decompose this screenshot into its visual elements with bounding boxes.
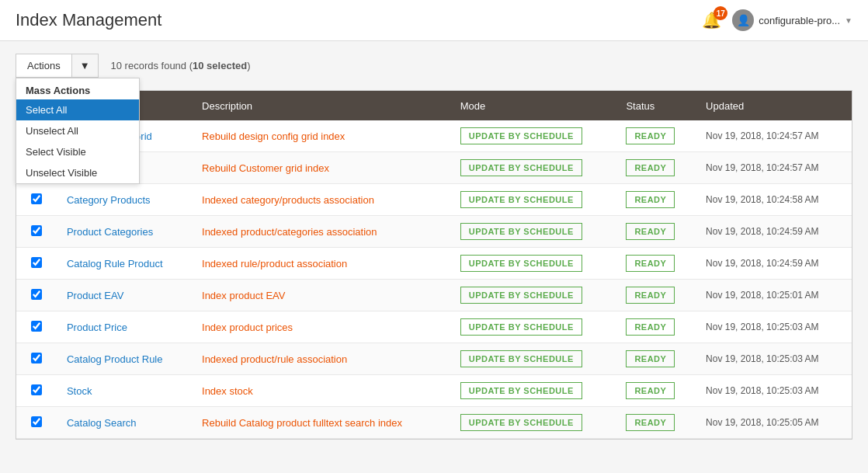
description-link[interactable]: Index product EAV xyxy=(202,290,285,301)
status-badge: READY xyxy=(626,287,675,304)
notifications-bell[interactable]: 🔔 17 xyxy=(702,11,721,30)
indexer-link[interactable]: Category Products xyxy=(67,194,151,206)
cell-status: READY xyxy=(616,280,696,311)
cell-status: READY xyxy=(616,311,696,343)
row-checkbox-cell xyxy=(16,216,57,248)
cell-mode: UPDATE BY SCHEDULE xyxy=(451,216,617,248)
user-name: configurable-pro... xyxy=(759,15,840,26)
index-table-wrapper: ▲▼ Indexer Description Mode Status Updat… xyxy=(16,90,852,440)
dropdown-item-unselect-visible[interactable]: Unselect Visible xyxy=(16,162,139,183)
cell-status: READY xyxy=(616,152,696,184)
index-table: ▲▼ Indexer Description Mode Status Updat… xyxy=(16,91,852,439)
indexer-link[interactable]: Product Price xyxy=(67,322,127,333)
cell-status: READY xyxy=(616,248,696,280)
row-checkbox[interactable] xyxy=(31,225,42,236)
dropdown-item-select-visible[interactable]: Select Visible xyxy=(16,141,139,162)
cell-mode: UPDATE BY SCHEDULE xyxy=(451,184,617,216)
cell-updated: Nov 19, 2018, 10:24:57 AM xyxy=(696,152,852,184)
row-checkbox[interactable] xyxy=(31,416,42,427)
description-link[interactable]: Indexed product/categories association xyxy=(202,226,377,238)
cell-updated: Nov 19, 2018, 10:24:58 AM xyxy=(696,184,852,216)
row-checkbox-cell xyxy=(16,311,57,343)
user-menu[interactable]: 👤 configurable-pro... ▼ xyxy=(732,9,852,31)
description-link[interactable]: Index product prices xyxy=(202,322,293,333)
mode-badge: UPDATE BY SCHEDULE xyxy=(460,350,582,367)
cell-updated: Nov 19, 2018, 10:25:03 AM xyxy=(696,375,852,407)
row-checkbox-cell xyxy=(16,184,57,216)
cell-status: READY xyxy=(616,120,696,152)
indexer-link[interactable]: Product Categories xyxy=(67,226,153,238)
cell-mode: UPDATE BY SCHEDULE xyxy=(451,407,617,439)
mode-badge: UPDATE BY SCHEDULE xyxy=(460,127,582,144)
cell-mode: UPDATE BY SCHEDULE xyxy=(451,311,617,343)
cell-updated: Nov 19, 2018, 10:25:01 AM xyxy=(696,280,852,311)
indexer-link[interactable]: Catalog Rule Product xyxy=(67,258,163,270)
table-row: Product EAVIndex product EAVUPDATE BY SC… xyxy=(16,280,852,311)
table-row: StockIndex stockUPDATE BY SCHEDULEREADYN… xyxy=(16,375,852,407)
actions-arrow-icon[interactable]: ▼ xyxy=(72,54,98,77)
description-link[interactable]: Rebuild design config grid index xyxy=(202,130,345,142)
status-badge: READY xyxy=(626,318,675,336)
row-checkbox[interactable] xyxy=(31,257,42,268)
cell-description: Rebuild design config grid index xyxy=(193,120,451,152)
status-badge: READY xyxy=(626,159,675,176)
table-row: Catalog Rule ProductIndexed rule/product… xyxy=(16,248,852,280)
cell-updated: Nov 19, 2018, 10:24:57 AM xyxy=(696,120,852,152)
cell-mode: UPDATE BY SCHEDULE xyxy=(451,343,617,375)
description-link[interactable]: Rebuild Customer grid index xyxy=(202,162,329,174)
description-link[interactable]: Indexed rule/product association xyxy=(202,258,347,270)
cell-indexer: Catalog Product Rule xyxy=(57,343,193,375)
dropdown-item-unselect-all[interactable]: Unselect All xyxy=(16,120,139,141)
table-row: Customer GridRebuild Customer grid index… xyxy=(16,152,852,184)
indexer-link[interactable]: Stock xyxy=(67,385,92,397)
mode-badge: UPDATE BY SCHEDULE xyxy=(460,414,582,431)
table-row: Product CategoriesIndexed product/catego… xyxy=(16,216,852,248)
col-header-mode: Mode xyxy=(451,91,617,120)
actions-dropdown-menu: Mass Actions Select All Unselect All Sel… xyxy=(16,78,140,184)
description-link[interactable]: Rebuild Catalog product fulltext search … xyxy=(202,417,402,429)
cell-mode: UPDATE BY SCHEDULE xyxy=(451,280,617,311)
description-link[interactable]: Indexed product/rule association xyxy=(202,353,347,365)
status-badge: READY xyxy=(626,382,675,399)
cell-description: Indexed product/rule association xyxy=(193,343,451,375)
row-checkbox[interactable] xyxy=(31,321,42,332)
dropdown-item-select-all[interactable]: Select All xyxy=(16,99,139,120)
cell-mode: UPDATE BY SCHEDULE xyxy=(451,248,617,280)
mode-badge: UPDATE BY SCHEDULE xyxy=(460,287,582,304)
description-link[interactable]: Indexed category/products association xyxy=(202,194,374,206)
row-checkbox[interactable] xyxy=(31,353,42,363)
indexer-link[interactable]: Product EAV xyxy=(67,290,123,301)
cell-status: READY xyxy=(616,184,696,216)
table-row: Category ProductsIndexed category/produc… xyxy=(16,184,852,216)
status-badge: READY xyxy=(626,350,675,367)
table-header-row: ▲▼ Indexer Description Mode Status Updat… xyxy=(16,91,852,120)
user-avatar: 👤 xyxy=(732,9,754,31)
cell-updated: Nov 19, 2018, 10:24:59 AM xyxy=(696,248,852,280)
col-header-status: Status xyxy=(616,91,696,120)
cell-indexer: Catalog Rule Product xyxy=(57,248,193,280)
top-bar: Index Management 🔔 17 👤 configurable-pro… xyxy=(0,0,868,41)
description-link[interactable]: Index stock xyxy=(202,385,253,397)
row-checkbox-cell xyxy=(16,407,57,439)
mode-badge: UPDATE BY SCHEDULE xyxy=(460,255,582,272)
cell-updated: Nov 19, 2018, 10:25:05 AM xyxy=(696,407,852,439)
actions-label: Actions xyxy=(16,54,72,77)
cell-indexer: Catalog Search xyxy=(57,407,193,439)
actions-button[interactable]: Actions ▼ xyxy=(16,54,99,78)
row-checkbox[interactable] xyxy=(31,384,42,395)
indexer-link[interactable]: Catalog Search xyxy=(67,417,137,429)
table-row: Catalog Product RuleIndexed product/rule… xyxy=(16,343,852,375)
status-badge: READY xyxy=(626,414,675,431)
table-row: Product PriceIndex product pricesUPDATE … xyxy=(16,311,852,343)
table-row: Catalog SearchRebuild Catalog product fu… xyxy=(16,407,852,439)
indexer-link[interactable]: Catalog Product Rule xyxy=(67,353,163,365)
row-checkbox[interactable] xyxy=(31,289,42,300)
content-area: Actions ▼ Mass Actions Select All Unsele… xyxy=(0,41,868,452)
mode-badge: UPDATE BY SCHEDULE xyxy=(460,159,582,176)
row-checkbox[interactable] xyxy=(31,193,42,204)
cell-updated: Nov 19, 2018, 10:25:03 AM xyxy=(696,343,852,375)
col-header-updated: Updated xyxy=(696,91,852,120)
mode-badge: UPDATE BY SCHEDULE xyxy=(460,318,582,336)
cell-description: Indexed category/products association xyxy=(193,184,451,216)
toolbar: Actions ▼ Mass Actions Select All Unsele… xyxy=(16,54,852,78)
